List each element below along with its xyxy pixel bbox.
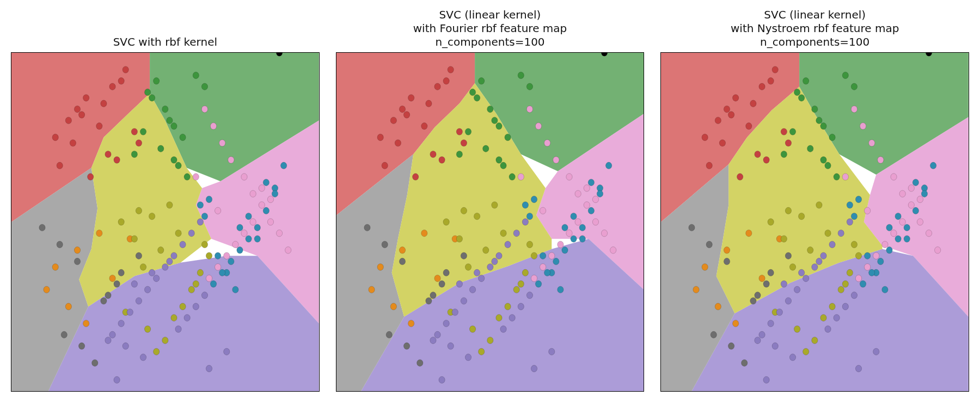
svg-point-103: [180, 241, 186, 248]
svg-point-9: [83, 95, 89, 101]
svg-point-394: [852, 292, 857, 299]
svg-point-185: [434, 275, 440, 281]
svg-point-262: [592, 196, 598, 202]
svg-point-60: [162, 337, 168, 343]
svg-point-114: [149, 269, 155, 276]
svg-point-80: [276, 230, 282, 236]
svg-point-366: [860, 123, 866, 129]
svg-point-412: [922, 190, 928, 197]
svg-point-372: [865, 252, 871, 259]
axes-2: [660, 52, 969, 392]
svg-point-290: [724, 106, 730, 112]
svg-point-138: [201, 213, 207, 219]
svg-point-343: [820, 314, 826, 321]
svg-point-292: [746, 123, 752, 129]
svg-point-65: [206, 252, 212, 259]
svg-point-110: [184, 314, 190, 321]
svg-point-199: [469, 326, 475, 332]
svg-point-31: [175, 162, 181, 169]
svg-point-345: [838, 286, 844, 293]
svg-point-234: [571, 213, 577, 219]
svg-point-362: [926, 230, 932, 236]
svg-point-73: [118, 219, 124, 225]
svg-point-184: [408, 320, 414, 326]
svg-point-131: [263, 179, 269, 186]
svg-point-163: [461, 140, 467, 146]
svg-point-98: [136, 298, 142, 304]
svg-point-248: [448, 343, 454, 349]
svg-point-83: [219, 140, 225, 146]
svg-point-155: [395, 140, 401, 146]
svg-point-127: [215, 264, 220, 270]
svg-point-37: [171, 157, 177, 163]
svg-point-165: [478, 78, 484, 84]
svg-point-419: [860, 281, 866, 287]
svg-point-118: [105, 337, 111, 343]
svg-point-325: [733, 320, 739, 326]
svg-point-365: [869, 140, 875, 146]
svg-point-68: [167, 202, 173, 208]
svg-point-331: [750, 298, 756, 304]
svg-point-27: [180, 134, 186, 140]
svg-point-156: [403, 112, 409, 118]
svg-point-147: [377, 134, 383, 140]
svg-point-134: [237, 247, 243, 254]
svg-point-48: [92, 360, 98, 366]
svg-point-344: [829, 303, 835, 310]
svg-point-225: [535, 123, 541, 129]
svg-point-391: [825, 326, 831, 332]
svg-point-21: [114, 157, 120, 163]
svg-point-323: [693, 286, 699, 293]
svg-point-112: [201, 292, 207, 299]
panel-title-1: SVC (linear kernel) with Fourier rbf fea…: [413, 5, 567, 49]
svg-point-334: [689, 224, 695, 231]
svg-point-149: [399, 106, 405, 112]
svg-point-133: [246, 236, 252, 242]
svg-point-42: [65, 303, 71, 310]
svg-point-251: [509, 314, 515, 321]
svg-point-235: [562, 224, 568, 231]
svg-point-204: [513, 286, 519, 293]
svg-point-119: [224, 348, 230, 355]
svg-point-320: [746, 230, 752, 236]
svg-point-210: [500, 230, 506, 236]
svg-point-349: [799, 213, 805, 219]
svg-point-113: [131, 281, 137, 287]
svg-point-401: [873, 348, 879, 355]
svg-point-11: [105, 151, 111, 157]
svg-point-400: [755, 337, 761, 343]
svg-point-81: [285, 247, 291, 254]
svg-point-363: [935, 247, 941, 254]
svg-point-24: [154, 78, 160, 84]
svg-point-332: [768, 269, 774, 276]
svg-point-268: [540, 264, 546, 270]
svg-point-368: [904, 236, 910, 242]
svg-point-174: [518, 72, 524, 78]
svg-point-315: [843, 72, 849, 78]
svg-point-351: [825, 230, 831, 236]
svg-point-36: [140, 128, 146, 135]
svg-point-380: [786, 298, 792, 304]
svg-point-90: [215, 252, 220, 259]
svg-point-212: [465, 264, 471, 270]
svg-point-116: [206, 365, 212, 372]
svg-point-211: [482, 247, 488, 254]
svg-point-224: [544, 140, 550, 146]
svg-point-86: [254, 236, 260, 242]
svg-point-328: [710, 331, 716, 338]
svg-point-74: [136, 207, 142, 214]
svg-point-18: [122, 66, 128, 73]
svg-point-178: [496, 157, 502, 163]
svg-point-84: [210, 123, 216, 129]
svg-point-193: [364, 224, 370, 231]
svg-point-291: [733, 95, 739, 101]
svg-point-39: [74, 247, 80, 254]
svg-point-266: [557, 241, 563, 248]
svg-point-206: [531, 252, 537, 259]
svg-point-390: [790, 354, 796, 361]
svg-point-396: [799, 269, 805, 276]
svg-point-47: [78, 343, 84, 349]
svg-point-267: [548, 252, 554, 259]
svg-point-130: [272, 190, 278, 197]
svg-point-410: [856, 275, 862, 281]
